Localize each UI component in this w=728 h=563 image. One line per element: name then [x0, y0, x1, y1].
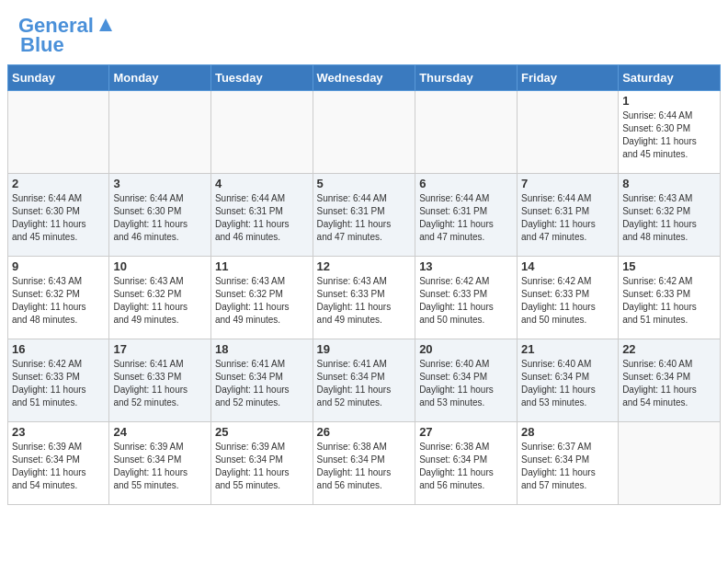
calendar-cell: 11Sunrise: 6:43 AM Sunset: 6:32 PM Dayli…	[210, 257, 313, 339]
day-info: Sunrise: 6:44 AM Sunset: 6:31 PM Dayligh…	[419, 192, 513, 244]
calendar-cell: 28Sunrise: 6:37 AM Sunset: 6:34 PM Dayli…	[518, 422, 619, 505]
day-info: Sunrise: 6:43 AM Sunset: 6:32 PM Dayligh…	[215, 275, 309, 327]
day-info: Sunrise: 6:42 AM Sunset: 6:33 PM Dayligh…	[622, 275, 716, 327]
day-number: 20	[419, 342, 513, 356]
day-info: Sunrise: 6:43 AM Sunset: 6:32 PM Dayligh…	[113, 275, 207, 327]
weekday-header-thursday: Thursday	[415, 65, 518, 91]
day-info: Sunrise: 6:41 AM Sunset: 6:33 PM Dayligh…	[113, 358, 207, 409]
calendar-cell	[210, 91, 313, 174]
day-number: 17	[113, 342, 207, 356]
day-info: Sunrise: 6:40 AM Sunset: 6:34 PM Dayligh…	[521, 358, 614, 409]
calendar-cell: 24Sunrise: 6:39 AM Sunset: 6:34 PM Dayli…	[109, 422, 211, 505]
calendar-cell: 15Sunrise: 6:42 AM Sunset: 6:33 PM Dayli…	[619, 257, 721, 339]
day-number: 6	[419, 177, 513, 190]
day-info: Sunrise: 6:43 AM Sunset: 6:33 PM Dayligh…	[317, 275, 412, 327]
day-info: Sunrise: 6:40 AM Sunset: 6:34 PM Dayligh…	[419, 358, 513, 409]
calendar-cell: 22Sunrise: 6:40 AM Sunset: 6:34 PM Dayli…	[619, 339, 721, 422]
calendar-cell: 10Sunrise: 6:43 AM Sunset: 6:32 PM Dayli…	[109, 257, 211, 339]
day-number: 8	[622, 177, 716, 190]
day-number: 26	[317, 425, 412, 439]
day-number: 3	[113, 177, 207, 190]
calendar-header: SundayMondayTuesdayWednesdayThursdayFrid…	[8, 65, 721, 91]
calendar-cell: 20Sunrise: 6:40 AM Sunset: 6:34 PM Dayli…	[415, 339, 518, 422]
page-wrapper: General Blue SundayMondayTuesdayWednesda…	[0, 0, 728, 512]
weekday-header-monday: Monday	[109, 65, 211, 91]
calendar-cell	[518, 91, 619, 174]
day-info: Sunrise: 6:44 AM Sunset: 6:31 PM Dayligh…	[317, 192, 412, 244]
calendar-cell: 21Sunrise: 6:40 AM Sunset: 6:34 PM Dayli…	[518, 339, 619, 422]
page-header: General Blue	[0, 0, 728, 64]
day-number: 15	[622, 259, 716, 273]
day-number: 5	[317, 177, 412, 190]
day-number: 24	[113, 425, 207, 439]
day-info: Sunrise: 6:44 AM Sunset: 6:30 PM Dayligh…	[622, 109, 716, 161]
calendar-cell: 9Sunrise: 6:43 AM Sunset: 6:32 PM Daylig…	[8, 257, 109, 339]
calendar-cell	[109, 91, 211, 174]
day-info: Sunrise: 6:39 AM Sunset: 6:34 PM Dayligh…	[113, 441, 207, 492]
calendar-cell: 1Sunrise: 6:44 AM Sunset: 6:30 PM Daylig…	[619, 91, 721, 174]
day-number: 21	[521, 342, 614, 356]
calendar-cell: 23Sunrise: 6:39 AM Sunset: 6:34 PM Dayli…	[8, 422, 109, 505]
calendar-cell	[619, 422, 721, 505]
day-number: 4	[215, 177, 309, 190]
calendar-cell: 25Sunrise: 6:39 AM Sunset: 6:34 PM Dayli…	[210, 422, 313, 505]
day-number: 28	[521, 425, 614, 439]
day-number: 11	[215, 259, 309, 273]
calendar-cell: 6Sunrise: 6:44 AM Sunset: 6:31 PM Daylig…	[415, 174, 518, 257]
logo: General Blue	[18, 15, 116, 57]
day-number: 13	[419, 259, 513, 273]
calendar-cell: 13Sunrise: 6:42 AM Sunset: 6:33 PM Dayli…	[415, 257, 518, 339]
calendar-cell	[415, 91, 518, 174]
calendar-cell: 8Sunrise: 6:43 AM Sunset: 6:32 PM Daylig…	[619, 174, 721, 257]
day-info: Sunrise: 6:37 AM Sunset: 6:34 PM Dayligh…	[521, 441, 614, 492]
svg-marker-0	[99, 18, 112, 31]
calendar-cell: 3Sunrise: 6:44 AM Sunset: 6:30 PM Daylig…	[109, 174, 211, 257]
calendar-cell: 27Sunrise: 6:38 AM Sunset: 6:34 PM Dayli…	[415, 422, 518, 505]
calendar-cell: 2Sunrise: 6:44 AM Sunset: 6:30 PM Daylig…	[8, 174, 109, 257]
day-number: 27	[419, 425, 513, 439]
day-info: Sunrise: 6:41 AM Sunset: 6:34 PM Dayligh…	[317, 358, 412, 409]
calendar-cell: 26Sunrise: 6:38 AM Sunset: 6:34 PM Dayli…	[313, 422, 415, 505]
calendar-cell: 14Sunrise: 6:42 AM Sunset: 6:33 PM Dayli…	[518, 257, 619, 339]
calendar-cell: 16Sunrise: 6:42 AM Sunset: 6:33 PM Dayli…	[8, 339, 109, 422]
day-info: Sunrise: 6:41 AM Sunset: 6:34 PM Dayligh…	[215, 358, 309, 409]
day-info: Sunrise: 6:43 AM Sunset: 6:32 PM Dayligh…	[622, 192, 716, 244]
day-number: 1	[622, 94, 716, 108]
day-info: Sunrise: 6:44 AM Sunset: 6:30 PM Dayligh…	[12, 192, 105, 244]
day-number: 14	[521, 259, 614, 273]
day-info: Sunrise: 6:42 AM Sunset: 6:33 PM Dayligh…	[419, 275, 513, 327]
day-info: Sunrise: 6:44 AM Sunset: 6:31 PM Dayligh…	[215, 192, 309, 244]
day-info: Sunrise: 6:38 AM Sunset: 6:34 PM Dayligh…	[419, 441, 513, 492]
day-info: Sunrise: 6:39 AM Sunset: 6:34 PM Dayligh…	[215, 441, 309, 492]
day-info: Sunrise: 6:38 AM Sunset: 6:34 PM Dayligh…	[317, 441, 412, 492]
weekday-header-wednesday: Wednesday	[313, 65, 415, 91]
calendar-cell: 5Sunrise: 6:44 AM Sunset: 6:31 PM Daylig…	[313, 174, 415, 257]
calendar-cell: 7Sunrise: 6:44 AM Sunset: 6:31 PM Daylig…	[518, 174, 619, 257]
day-number: 23	[12, 425, 105, 439]
day-info: Sunrise: 6:43 AM Sunset: 6:32 PM Dayligh…	[12, 275, 105, 327]
calendar-cell: 17Sunrise: 6:41 AM Sunset: 6:33 PM Dayli…	[109, 339, 211, 422]
calendar-cell	[313, 91, 415, 174]
day-number: 22	[622, 342, 716, 356]
day-number: 7	[521, 177, 614, 190]
day-number: 12	[317, 259, 412, 273]
day-number: 18	[215, 342, 309, 356]
day-info: Sunrise: 6:44 AM Sunset: 6:31 PM Dayligh…	[521, 192, 614, 244]
weekday-header-saturday: Saturday	[619, 65, 721, 91]
day-number: 25	[215, 425, 309, 439]
calendar-cell: 19Sunrise: 6:41 AM Sunset: 6:34 PM Dayli…	[313, 339, 415, 422]
calendar-table: SundayMondayTuesdayWednesdayThursdayFrid…	[7, 64, 721, 505]
day-number: 10	[113, 259, 207, 273]
weekday-header-friday: Friday	[518, 65, 619, 91]
calendar-cell: 4Sunrise: 6:44 AM Sunset: 6:31 PM Daylig…	[210, 174, 313, 257]
calendar-cell: 12Sunrise: 6:43 AM Sunset: 6:33 PM Dayli…	[313, 257, 415, 339]
day-number: 16	[12, 342, 105, 356]
day-number: 19	[317, 342, 412, 356]
day-number: 9	[12, 259, 105, 273]
logo-icon	[96, 15, 116, 35]
day-info: Sunrise: 6:42 AM Sunset: 6:33 PM Dayligh…	[521, 275, 614, 327]
day-number: 2	[12, 177, 105, 190]
weekday-header-tuesday: Tuesday	[210, 65, 313, 91]
calendar-cell: 18Sunrise: 6:41 AM Sunset: 6:34 PM Dayli…	[210, 339, 313, 422]
day-info: Sunrise: 6:42 AM Sunset: 6:33 PM Dayligh…	[12, 358, 105, 409]
